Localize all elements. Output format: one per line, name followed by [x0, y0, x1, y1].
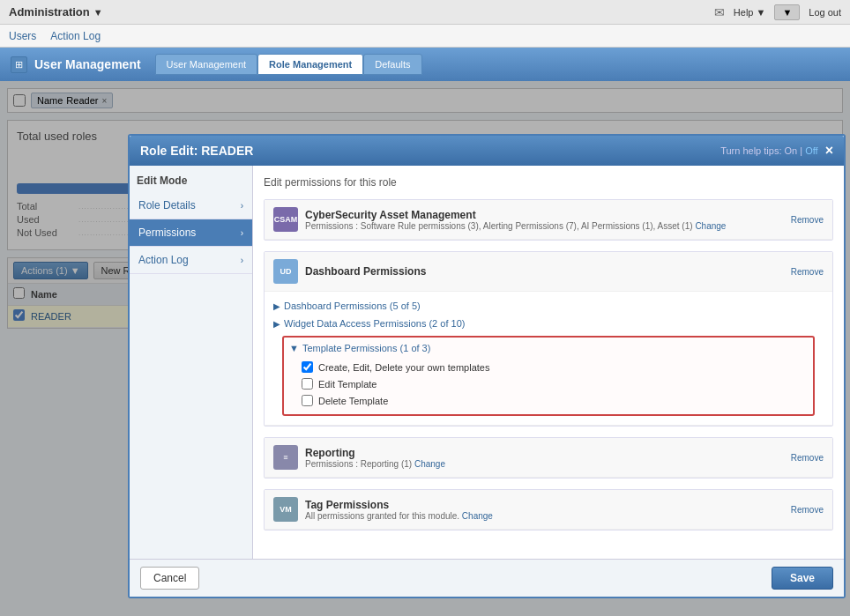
- template-item-edit: Edit Template: [302, 375, 808, 392]
- perm-module-csam-desc-text: Permissions : Software Rule permissions …: [305, 221, 693, 231]
- perm-module-ud-remove[interactable]: Remove: [791, 267, 824, 277]
- modal-body: Edit Mode Role Details › Permissions › A…: [130, 166, 844, 559]
- perm-module-vm-info: Tag Permissions All permissions granted …: [305, 499, 493, 521]
- template-label-edit: Edit Template: [318, 379, 377, 390]
- perm-module-vm-remove[interactable]: Remove: [791, 505, 824, 515]
- modal-help-text: Turn help tips: On | Off: [720, 145, 817, 156]
- app-title: Administration: [9, 5, 90, 19]
- perm-section-dashboard-arrow: ▶: [273, 301, 280, 311]
- admin-dropdown[interactable]: ▼: [93, 7, 103, 18]
- logout-link[interactable]: Log out: [809, 7, 841, 18]
- perm-module-reporting-desc: Permissions : Reporting (1) Change: [305, 459, 445, 469]
- perm-module-csam-header: CSAM CyberSecurity Asset Management Perm…: [265, 200, 832, 240]
- template-checkbox-edit[interactable]: [302, 378, 313, 390]
- template-permissions-arrow: ▼: [289, 343, 299, 353]
- perm-section-widget-arrow: ▶: [273, 319, 280, 329]
- perm-module-vm-header: VM Tag Permissions All permissions grant…: [265, 490, 832, 530]
- module-title: User Management: [34, 57, 141, 71]
- top-bar: Administration ▼ ✉ Help ▼ ▼ Log out: [0, 0, 850, 25]
- perm-module-ud-info: Dashboard Permissions: [305, 265, 791, 278]
- perm-module-vm-icon: VM: [273, 497, 298, 522]
- modal-close-button[interactable]: ×: [825, 143, 833, 159]
- permission-module-reporting: ≡ Reporting Permissions : Reporting (1) …: [264, 437, 833, 479]
- modal-help-static: Turn help tips: On |: [720, 145, 802, 156]
- perm-module-reporting-info: Reporting Permissions : Reporting (1) Ch…: [305, 447, 445, 469]
- perm-module-csam-remove[interactable]: Remove: [791, 215, 824, 225]
- modal-header: Role Edit: READER Turn help tips: On | O…: [130, 136, 844, 166]
- modal-sidebar: Edit Mode Role Details › Permissions › A…: [130, 166, 253, 559]
- sidebar-nav-action-log-label: Action Log: [138, 254, 189, 266]
- permission-module-csam: CSAM CyberSecurity Asset Management Perm…: [264, 199, 833, 241]
- permission-module-vm: VM Tag Permissions All permissions grant…: [264, 489, 833, 531]
- sidebar-nav-role-details[interactable]: Role Details ›: [130, 192, 252, 219]
- module-header: ⊞ User Management User Management Role M…: [0, 48, 850, 81]
- perm-module-csam-info: CyberSecurity Asset Management Permissio…: [305, 209, 726, 231]
- user-dropdown-button[interactable]: ▼: [774, 4, 800, 20]
- modal-sidebar-header: Edit Mode: [130, 166, 252, 192]
- perm-module-reporting-desc-text: Permissions : Reporting (1): [305, 459, 412, 469]
- sidebar-nav-action-log[interactable]: Action Log ›: [130, 247, 252, 274]
- nav-action-log[interactable]: Action Log: [50, 30, 101, 42]
- tab-user-management[interactable]: User Management: [155, 54, 258, 75]
- perm-module-csam-name: CyberSecurity Asset Management: [305, 209, 726, 221]
- perm-module-csam-change-link[interactable]: Change: [695, 221, 726, 231]
- modal-main-title: Edit permissions for this role: [264, 176, 833, 189]
- module-icon: ⊞: [11, 56, 27, 73]
- perm-module-vm-change-link[interactable]: Change: [462, 511, 493, 521]
- sidebar-nav-role-details-label: Role Details: [138, 199, 196, 212]
- perm-module-reporting-change-link[interactable]: Change: [414, 459, 445, 469]
- template-permissions-label: Template Permissions (1 of 3): [302, 343, 431, 353]
- template-label-create: Create, Edit, Delete your own templates: [318, 362, 489, 373]
- perm-module-csam-desc: Permissions : Software Rule permissions …: [305, 221, 726, 231]
- template-label-delete: Delete Template: [318, 396, 388, 406]
- modal-title: Role Edit: READER: [140, 144, 253, 158]
- main-content: Name Reader × Total used roles 34% Total…: [0, 81, 850, 616]
- cancel-button[interactable]: Cancel: [140, 567, 199, 590]
- save-button[interactable]: Save: [772, 567, 833, 590]
- help-button[interactable]: Help ▼: [734, 7, 766, 18]
- perm-section-dashboard: ▶ Dashboard Permissions (5 of 5) ▶ Widge…: [265, 292, 832, 426]
- template-item-delete: Delete Template: [302, 392, 808, 409]
- sidebar-nav-permissions-chevron: ›: [241, 228, 243, 238]
- module-tabs: User Management Role Management Defaults: [155, 54, 422, 75]
- template-permissions-header[interactable]: ▼ Template Permissions (1 of 3): [289, 343, 808, 353]
- modal-footer: Cancel Save: [130, 559, 844, 597]
- perm-module-reporting-name: Reporting: [305, 447, 445, 459]
- perm-module-csam-icon: CSAM: [273, 207, 298, 232]
- template-item-create: Create, Edit, Delete your own templates: [302, 359, 808, 375]
- top-bar-right: ✉ Help ▼ ▼ Log out: [714, 4, 841, 20]
- mail-icon[interactable]: ✉: [714, 5, 725, 19]
- perm-module-vm-desc: All permissions granted for this module.…: [305, 511, 493, 521]
- perm-section-widget-label: Widget Data Access Permissions (2 of 10): [284, 318, 465, 329]
- sidebar-nav-permissions-label: Permissions: [138, 226, 196, 239]
- tab-role-management[interactable]: Role Management: [257, 54, 363, 75]
- sidebar-nav-action-log-chevron: ›: [241, 256, 243, 265]
- sidebar-nav-role-details-chevron: ›: [241, 201, 243, 211]
- tab-defaults[interactable]: Defaults: [363, 54, 421, 75]
- nav-bar: Users Action Log: [0, 25, 850, 48]
- nav-users[interactable]: Users: [9, 30, 36, 42]
- perm-section-widget-row[interactable]: ▶ Widget Data Access Permissions (2 of 1…: [273, 315, 824, 332]
- perm-module-ud-header: UD Dashboard Permissions Remove: [265, 252, 832, 292]
- modal-help-off-link[interactable]: Off: [805, 145, 817, 156]
- perm-module-ud-icon: UD: [273, 259, 298, 284]
- template-permissions-box: ▼ Template Permissions (1 of 3) Create, …: [282, 336, 815, 416]
- perm-module-vm-name: Tag Permissions: [305, 499, 493, 511]
- sidebar-nav-permissions[interactable]: Permissions ›: [130, 219, 252, 247]
- perm-section-dashboard-label: Dashboard Permissions (5 of 5): [284, 301, 421, 311]
- perm-module-reporting-remove[interactable]: Remove: [791, 453, 824, 463]
- permission-module-ud: UD Dashboard Permissions Remove ▶ Dashbo…: [264, 251, 833, 427]
- modal-main: Edit permissions for this role CSAM Cybe…: [253, 166, 844, 559]
- perm-module-reporting-header: ≡ Reporting Permissions : Reporting (1) …: [265, 438, 832, 478]
- template-checkbox-delete[interactable]: [302, 395, 313, 406]
- perm-module-reporting-icon: ≡: [273, 445, 298, 470]
- perm-section-dashboard-row[interactable]: ▶ Dashboard Permissions (5 of 5): [273, 297, 824, 315]
- role-edit-modal: Role Edit: READER Turn help tips: On | O…: [128, 134, 846, 598]
- modal-header-right: Turn help tips: On | Off ×: [720, 143, 833, 159]
- perm-module-vm-desc-text: All permissions granted for this module.: [305, 511, 459, 521]
- perm-module-ud-name: Dashboard Permissions: [305, 265, 791, 278]
- template-checkbox-create[interactable]: [302, 361, 313, 373]
